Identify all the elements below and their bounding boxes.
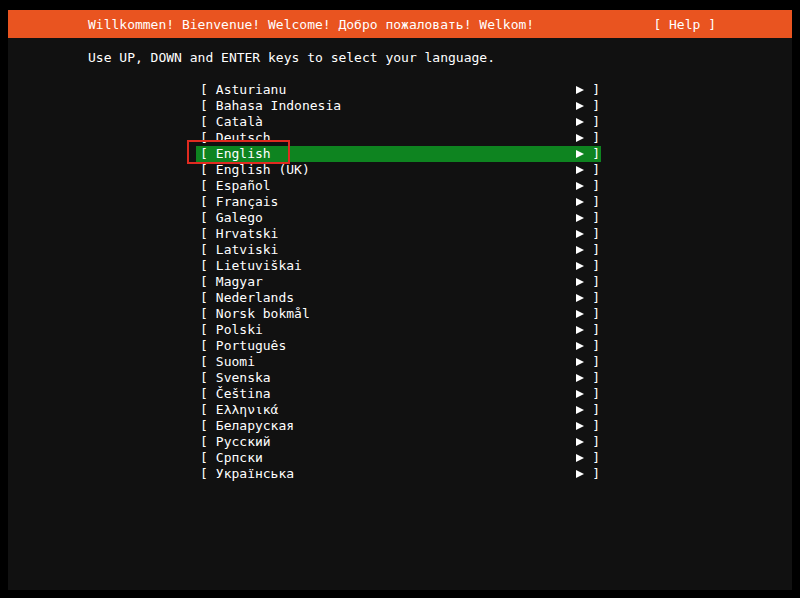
right-pointer-icon bbox=[576, 150, 584, 158]
close-bracket: ] bbox=[592, 242, 600, 258]
language-row[interactable]: [Galego ] bbox=[196, 210, 601, 226]
language-label: Українська bbox=[216, 466, 294, 482]
language-row[interactable]: [Српски ] bbox=[196, 450, 601, 466]
help-button[interactable]: [ Help ] bbox=[653, 17, 716, 32]
language-list: [Asturianu ] [Bahasa Indonesia ] [Català… bbox=[196, 82, 601, 482]
language-label: English (UK) bbox=[216, 162, 310, 178]
language-label: Français bbox=[216, 194, 279, 210]
language-row[interactable]: [Čeština ] bbox=[196, 386, 601, 402]
language-row-right: ] bbox=[576, 146, 600, 162]
open-bracket: [ bbox=[200, 402, 208, 418]
language-label: Polski bbox=[216, 322, 263, 338]
right-pointer-icon bbox=[576, 374, 584, 382]
language-row[interactable]: [English ] bbox=[196, 146, 601, 162]
language-row-left: [Українська bbox=[200, 466, 294, 482]
language-row-right: ] bbox=[576, 242, 600, 258]
language-row-right: ] bbox=[576, 162, 600, 178]
language-label: Català bbox=[216, 114, 263, 130]
open-bracket: [ bbox=[200, 178, 208, 194]
open-bracket: [ bbox=[200, 306, 208, 322]
right-pointer-icon bbox=[576, 246, 584, 254]
installer-screen: Willkommen! Bienvenue! Welcome! Добро по… bbox=[8, 10, 792, 590]
language-label: Suomi bbox=[216, 354, 255, 370]
right-pointer-icon bbox=[576, 118, 584, 126]
language-row[interactable]: [Nederlands ] bbox=[196, 290, 601, 306]
language-row[interactable]: [Norsk bokmål ] bbox=[196, 306, 601, 322]
language-row-left: [English (UK) bbox=[200, 162, 310, 178]
language-row[interactable]: [Polski ] bbox=[196, 322, 601, 338]
close-bracket: ] bbox=[592, 338, 600, 354]
close-bracket: ] bbox=[592, 210, 600, 226]
language-row-right: ] bbox=[576, 322, 600, 338]
open-bracket: [ bbox=[200, 338, 208, 354]
language-row[interactable]: [Svenska ] bbox=[196, 370, 601, 386]
language-row[interactable]: [Español ] bbox=[196, 178, 601, 194]
language-row[interactable]: [Suomi ] bbox=[196, 354, 601, 370]
right-pointer-icon bbox=[576, 166, 584, 174]
language-label: English bbox=[216, 146, 271, 162]
open-bracket: [ bbox=[200, 466, 208, 482]
right-pointer-icon bbox=[576, 182, 584, 190]
language-row-right: ] bbox=[576, 130, 600, 146]
close-bracket: ] bbox=[592, 290, 600, 306]
language-row[interactable]: [Bahasa Indonesia ] bbox=[196, 98, 601, 114]
language-row-right: ] bbox=[576, 354, 600, 370]
language-label: Српски bbox=[216, 450, 263, 466]
close-bracket: ] bbox=[592, 226, 600, 242]
close-bracket: ] bbox=[592, 114, 600, 130]
language-row[interactable]: [Català ] bbox=[196, 114, 601, 130]
language-row[interactable]: [Lietuviškai ] bbox=[196, 258, 601, 274]
open-bracket: [ bbox=[200, 370, 208, 386]
language-label: Lietuviškai bbox=[216, 258, 302, 274]
language-row[interactable]: [Беларуская ] bbox=[196, 418, 601, 434]
close-bracket: ] bbox=[592, 274, 600, 290]
language-row-left: [Српски bbox=[200, 450, 263, 466]
language-row[interactable]: [Magyar ] bbox=[196, 274, 601, 290]
language-row[interactable]: [Ελληνικά ] bbox=[196, 402, 601, 418]
open-bracket: [ bbox=[200, 258, 208, 274]
language-row[interactable]: [Hrvatski ] bbox=[196, 226, 601, 242]
open-bracket: [ bbox=[200, 226, 208, 242]
language-row-left: [Беларуская bbox=[200, 418, 294, 434]
right-pointer-icon bbox=[576, 230, 584, 238]
language-row-left: [English bbox=[200, 146, 271, 162]
language-row[interactable]: [English (UK) ] bbox=[196, 162, 601, 178]
close-bracket: ] bbox=[592, 450, 600, 466]
language-label: Svenska bbox=[216, 370, 271, 386]
language-label: Magyar bbox=[216, 274, 263, 290]
right-pointer-icon bbox=[576, 470, 584, 478]
right-pointer-icon bbox=[576, 278, 584, 286]
right-pointer-icon bbox=[576, 214, 584, 222]
language-label: Asturianu bbox=[216, 82, 286, 98]
language-row-right: ] bbox=[576, 98, 600, 114]
language-label: Español bbox=[216, 178, 271, 194]
language-row[interactable]: [Русский ] bbox=[196, 434, 601, 450]
open-bracket: [ bbox=[200, 386, 208, 402]
close-bracket: ] bbox=[592, 178, 600, 194]
language-row[interactable]: [Português ] bbox=[196, 338, 601, 354]
language-row[interactable]: [Deutsch ] bbox=[196, 130, 601, 146]
open-bracket: [ bbox=[200, 242, 208, 258]
language-row[interactable]: [Français ] bbox=[196, 194, 601, 210]
language-row-right: ] bbox=[576, 466, 600, 482]
language-row-right: ] bbox=[576, 226, 600, 242]
language-label: Ελληνικά bbox=[216, 402, 279, 418]
language-label: Hrvatski bbox=[216, 226, 279, 242]
language-row-right: ] bbox=[576, 258, 600, 274]
language-row-left: [Norsk bokmål bbox=[200, 306, 310, 322]
language-label: Беларуская bbox=[216, 418, 294, 434]
language-row-left: [Galego bbox=[200, 210, 263, 226]
language-row-left: [Português bbox=[200, 338, 286, 354]
right-pointer-icon bbox=[576, 198, 584, 206]
close-bracket: ] bbox=[592, 98, 600, 114]
language-row-right: ] bbox=[576, 274, 600, 290]
open-bracket: [ bbox=[200, 98, 208, 114]
open-bracket: [ bbox=[200, 434, 208, 450]
language-row-right: ] bbox=[576, 370, 600, 386]
language-row-right: ] bbox=[576, 338, 600, 354]
language-row[interactable]: [Asturianu ] bbox=[196, 82, 601, 98]
language-row[interactable]: [Українська ] bbox=[196, 466, 601, 482]
language-label: Latviski bbox=[216, 242, 279, 258]
language-row[interactable]: [Latviski ] bbox=[196, 242, 601, 258]
close-bracket: ] bbox=[592, 306, 600, 322]
